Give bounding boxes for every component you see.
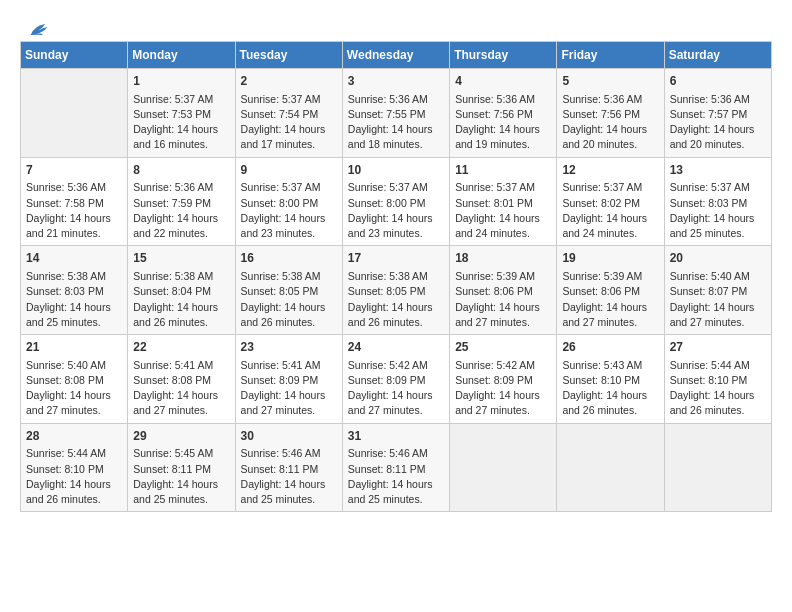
calendar-cell: 14Sunrise: 5:38 AM Sunset: 8:03 PM Dayli… bbox=[21, 246, 128, 335]
calendar-cell: 4Sunrise: 5:36 AM Sunset: 7:56 PM Daylig… bbox=[450, 69, 557, 158]
day-info: Sunrise: 5:44 AM Sunset: 8:10 PM Dayligh… bbox=[670, 358, 766, 419]
day-info: Sunrise: 5:37 AM Sunset: 8:02 PM Dayligh… bbox=[562, 180, 658, 241]
day-number: 27 bbox=[670, 339, 766, 356]
calendar-cell: 17Sunrise: 5:38 AM Sunset: 8:05 PM Dayli… bbox=[342, 246, 449, 335]
calendar-cell: 28Sunrise: 5:44 AM Sunset: 8:10 PM Dayli… bbox=[21, 423, 128, 512]
calendar-cell bbox=[557, 423, 664, 512]
calendar-cell: 20Sunrise: 5:40 AM Sunset: 8:07 PM Dayli… bbox=[664, 246, 771, 335]
day-info: Sunrise: 5:42 AM Sunset: 8:09 PM Dayligh… bbox=[348, 358, 444, 419]
day-info: Sunrise: 5:36 AM Sunset: 7:56 PM Dayligh… bbox=[455, 92, 551, 153]
day-info: Sunrise: 5:38 AM Sunset: 8:05 PM Dayligh… bbox=[241, 269, 337, 330]
day-number: 24 bbox=[348, 339, 444, 356]
day-number: 29 bbox=[133, 428, 229, 445]
day-number: 1 bbox=[133, 73, 229, 90]
day-info: Sunrise: 5:38 AM Sunset: 8:04 PM Dayligh… bbox=[133, 269, 229, 330]
day-info: Sunrise: 5:43 AM Sunset: 8:10 PM Dayligh… bbox=[562, 358, 658, 419]
day-number: 13 bbox=[670, 162, 766, 179]
weekday-header-thursday: Thursday bbox=[450, 42, 557, 69]
day-info: Sunrise: 5:36 AM Sunset: 7:57 PM Dayligh… bbox=[670, 92, 766, 153]
day-info: Sunrise: 5:39 AM Sunset: 8:06 PM Dayligh… bbox=[562, 269, 658, 330]
weekday-header-monday: Monday bbox=[128, 42, 235, 69]
day-info: Sunrise: 5:39 AM Sunset: 8:06 PM Dayligh… bbox=[455, 269, 551, 330]
day-number: 8 bbox=[133, 162, 229, 179]
day-number: 26 bbox=[562, 339, 658, 356]
day-info: Sunrise: 5:37 AM Sunset: 8:00 PM Dayligh… bbox=[241, 180, 337, 241]
calendar-cell: 9Sunrise: 5:37 AM Sunset: 8:00 PM Daylig… bbox=[235, 157, 342, 246]
week-row-2: 7Sunrise: 5:36 AM Sunset: 7:58 PM Daylig… bbox=[21, 157, 772, 246]
calendar-cell: 31Sunrise: 5:46 AM Sunset: 8:11 PM Dayli… bbox=[342, 423, 449, 512]
calendar-cell: 10Sunrise: 5:37 AM Sunset: 8:00 PM Dayli… bbox=[342, 157, 449, 246]
calendar-cell: 7Sunrise: 5:36 AM Sunset: 7:58 PM Daylig… bbox=[21, 157, 128, 246]
calendar-cell: 5Sunrise: 5:36 AM Sunset: 7:56 PM Daylig… bbox=[557, 69, 664, 158]
day-number: 15 bbox=[133, 250, 229, 267]
calendar-cell: 3Sunrise: 5:36 AM Sunset: 7:55 PM Daylig… bbox=[342, 69, 449, 158]
weekday-header-tuesday: Tuesday bbox=[235, 42, 342, 69]
day-info: Sunrise: 5:38 AM Sunset: 8:05 PM Dayligh… bbox=[348, 269, 444, 330]
logo bbox=[25, 20, 49, 36]
week-row-3: 14Sunrise: 5:38 AM Sunset: 8:03 PM Dayli… bbox=[21, 246, 772, 335]
calendar-cell bbox=[21, 69, 128, 158]
day-number: 14 bbox=[26, 250, 122, 267]
calendar-cell: 2Sunrise: 5:37 AM Sunset: 7:54 PM Daylig… bbox=[235, 69, 342, 158]
day-number: 18 bbox=[455, 250, 551, 267]
day-number: 16 bbox=[241, 250, 337, 267]
day-info: Sunrise: 5:36 AM Sunset: 7:59 PM Dayligh… bbox=[133, 180, 229, 241]
day-number: 2 bbox=[241, 73, 337, 90]
day-info: Sunrise: 5:46 AM Sunset: 8:11 PM Dayligh… bbox=[348, 446, 444, 507]
day-info: Sunrise: 5:37 AM Sunset: 8:01 PM Dayligh… bbox=[455, 180, 551, 241]
day-number: 19 bbox=[562, 250, 658, 267]
day-number: 30 bbox=[241, 428, 337, 445]
calendar-cell bbox=[664, 423, 771, 512]
calendar-cell: 12Sunrise: 5:37 AM Sunset: 8:02 PM Dayli… bbox=[557, 157, 664, 246]
day-number: 9 bbox=[241, 162, 337, 179]
day-number: 12 bbox=[562, 162, 658, 179]
day-number: 21 bbox=[26, 339, 122, 356]
weekday-header-wednesday: Wednesday bbox=[342, 42, 449, 69]
day-info: Sunrise: 5:38 AM Sunset: 8:03 PM Dayligh… bbox=[26, 269, 122, 330]
day-info: Sunrise: 5:37 AM Sunset: 8:00 PM Dayligh… bbox=[348, 180, 444, 241]
weekday-header-friday: Friday bbox=[557, 42, 664, 69]
day-number: 17 bbox=[348, 250, 444, 267]
calendar-cell: 22Sunrise: 5:41 AM Sunset: 8:08 PM Dayli… bbox=[128, 335, 235, 424]
day-number: 4 bbox=[455, 73, 551, 90]
calendar-cell: 8Sunrise: 5:36 AM Sunset: 7:59 PM Daylig… bbox=[128, 157, 235, 246]
calendar-cell: 16Sunrise: 5:38 AM Sunset: 8:05 PM Dayli… bbox=[235, 246, 342, 335]
day-info: Sunrise: 5:42 AM Sunset: 8:09 PM Dayligh… bbox=[455, 358, 551, 419]
calendar-cell: 25Sunrise: 5:42 AM Sunset: 8:09 PM Dayli… bbox=[450, 335, 557, 424]
calendar-cell: 21Sunrise: 5:40 AM Sunset: 8:08 PM Dayli… bbox=[21, 335, 128, 424]
day-info: Sunrise: 5:46 AM Sunset: 8:11 PM Dayligh… bbox=[241, 446, 337, 507]
day-info: Sunrise: 5:41 AM Sunset: 8:09 PM Dayligh… bbox=[241, 358, 337, 419]
day-info: Sunrise: 5:36 AM Sunset: 7:55 PM Dayligh… bbox=[348, 92, 444, 153]
day-number: 23 bbox=[241, 339, 337, 356]
day-info: Sunrise: 5:36 AM Sunset: 7:58 PM Dayligh… bbox=[26, 180, 122, 241]
calendar-cell: 6Sunrise: 5:36 AM Sunset: 7:57 PM Daylig… bbox=[664, 69, 771, 158]
day-number: 22 bbox=[133, 339, 229, 356]
day-info: Sunrise: 5:36 AM Sunset: 7:56 PM Dayligh… bbox=[562, 92, 658, 153]
day-number: 20 bbox=[670, 250, 766, 267]
calendar-cell: 1Sunrise: 5:37 AM Sunset: 7:53 PM Daylig… bbox=[128, 69, 235, 158]
day-info: Sunrise: 5:40 AM Sunset: 8:07 PM Dayligh… bbox=[670, 269, 766, 330]
weekday-header-row: SundayMondayTuesdayWednesdayThursdayFrid… bbox=[21, 42, 772, 69]
day-number: 10 bbox=[348, 162, 444, 179]
day-number: 6 bbox=[670, 73, 766, 90]
day-info: Sunrise: 5:40 AM Sunset: 8:08 PM Dayligh… bbox=[26, 358, 122, 419]
weekday-header-sunday: Sunday bbox=[21, 42, 128, 69]
calendar-cell: 23Sunrise: 5:41 AM Sunset: 8:09 PM Dayli… bbox=[235, 335, 342, 424]
day-number: 5 bbox=[562, 73, 658, 90]
logo-bird-icon bbox=[27, 20, 49, 42]
calendar-cell: 27Sunrise: 5:44 AM Sunset: 8:10 PM Dayli… bbox=[664, 335, 771, 424]
day-info: Sunrise: 5:44 AM Sunset: 8:10 PM Dayligh… bbox=[26, 446, 122, 507]
week-row-4: 21Sunrise: 5:40 AM Sunset: 8:08 PM Dayli… bbox=[21, 335, 772, 424]
calendar-cell: 18Sunrise: 5:39 AM Sunset: 8:06 PM Dayli… bbox=[450, 246, 557, 335]
day-info: Sunrise: 5:37 AM Sunset: 8:03 PM Dayligh… bbox=[670, 180, 766, 241]
calendar-cell: 30Sunrise: 5:46 AM Sunset: 8:11 PM Dayli… bbox=[235, 423, 342, 512]
day-number: 11 bbox=[455, 162, 551, 179]
calendar-cell: 29Sunrise: 5:45 AM Sunset: 8:11 PM Dayli… bbox=[128, 423, 235, 512]
day-number: 31 bbox=[348, 428, 444, 445]
calendar-cell: 13Sunrise: 5:37 AM Sunset: 8:03 PM Dayli… bbox=[664, 157, 771, 246]
day-number: 3 bbox=[348, 73, 444, 90]
week-row-5: 28Sunrise: 5:44 AM Sunset: 8:10 PM Dayli… bbox=[21, 423, 772, 512]
calendar-cell bbox=[450, 423, 557, 512]
day-number: 28 bbox=[26, 428, 122, 445]
day-info: Sunrise: 5:37 AM Sunset: 7:53 PM Dayligh… bbox=[133, 92, 229, 153]
